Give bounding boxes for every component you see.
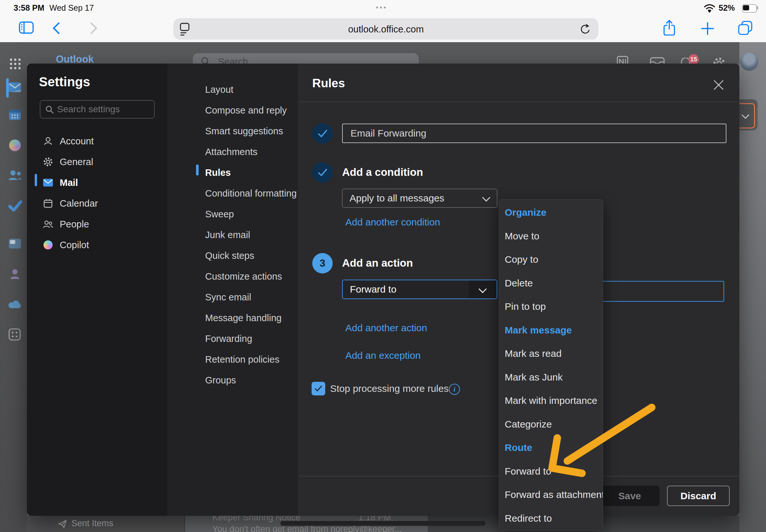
settings-search-input[interactable] [40,100,154,118]
save-button[interactable]: Save [600,486,660,506]
mail-nav-layout[interactable]: Layout [167,79,298,100]
mail-nav-message-handling[interactable]: Message handling [167,308,298,328]
rail-copilot-icon [9,139,21,151]
person-icon [43,136,53,146]
rail-todo-icon [8,200,22,212]
step-2-check [312,162,333,183]
folder-sent-items: Sent Items [71,518,113,528]
discard-button[interactable]: Discard [667,486,730,506]
settings-nav-mail[interactable]: Mail [27,172,167,193]
wifi-icon [704,4,715,12]
mail-nav-retention-policies[interactable]: Retention policies [167,349,298,370]
menu-item-pin-to-top[interactable]: Pin to top [499,295,603,319]
app-launcher-icon [9,58,21,70]
settings-nav-people[interactable]: People [27,214,167,235]
rail-people-icon [8,170,22,181]
battery-percent: 52% [719,3,735,13]
mail-nav-groups[interactable]: Groups [167,370,298,391]
mail-nav-attachments[interactable]: Attachments [167,141,298,162]
mail-nav-quick-steps[interactable]: Quick steps [167,245,298,266]
settings-title: Settings [39,75,90,89]
settings-nav-copilot[interactable]: Copilot [27,235,167,255]
rail-mail-icon [8,82,21,93]
step-1-check [312,123,333,144]
menu-item-organize[interactable]: Organize [499,201,603,224]
step-3-circle: 3 [312,253,333,273]
stop-processing-checkbox[interactable] [311,382,325,395]
people-icon [43,219,53,229]
rail-more-apps-icon [8,328,21,341]
rail-org-icon [8,269,21,280]
mail-nav-junk-email[interactable]: Junk email [167,224,298,245]
settings-nav-account[interactable]: Account [27,131,167,151]
mail-nav-forwarding[interactable]: Forwarding [167,328,298,349]
sent-items-icon [58,519,67,529]
action-heading: Add an action [342,257,413,270]
browser-chrome: 3:58 PM Wed Sep 17 ••• 52% outlook.offic… [0,0,766,42]
menu-item-copy-to[interactable]: Copy to [499,248,603,272]
chevron-down-icon [482,193,490,201]
rail-calendar-icon [8,109,21,121]
menu-item-delete[interactable]: Delete [499,272,603,295]
add-another-condition-link[interactable]: Add another condition [345,216,440,229]
mail-settings-nav: Layout Compose and reply Smart suggestio… [167,64,298,516]
reload-icon[interactable] [580,23,591,35]
menu-item-move-to[interactable]: Move to [499,224,603,248]
mail-nav-sweep[interactable]: Sweep [167,204,298,224]
menu-item-route[interactable]: Route [499,436,603,460]
settings-sidebar: Settings Account General Mail Calendar P… [27,64,168,516]
new-tab-icon[interactable] [700,21,715,36]
condition-heading: Add a condition [342,166,423,179]
mail-nav-conditional-formatting[interactable]: Conditional formatting [167,183,298,204]
settings-nav-calendar[interactable]: Calendar [27,193,167,214]
avatar [740,53,758,71]
outlook-app-rail [0,64,27,532]
url-text: outlook.office.com [173,24,599,35]
add-exception-link[interactable]: Add an exception [345,349,421,362]
close-icon[interactable] [713,79,724,91]
rule-name-input[interactable]: Email Forwarding [342,124,726,143]
mail-nav-smart-suggestions[interactable]: Smart suggestions [167,121,298,141]
rules-title: Rules [312,77,345,90]
rail-cloud-icon [8,299,22,309]
mail-icon [43,177,53,188]
menu-item-categorize[interactable]: Categorize [499,413,603,436]
action-select[interactable]: Forward to [342,280,497,299]
mail-nav-sync-email[interactable]: Sync email [167,287,298,308]
action-menu: Organize Move to Copy to Delete Pin to t… [499,199,603,531]
mail-nav-customize-actions[interactable]: Customize actions [167,266,298,287]
horizontal-scrollbar[interactable] [280,521,486,526]
sidebar-toggle-icon[interactable] [19,21,34,34]
clock: 3:58 PM [14,3,44,13]
menu-item-redirect-to[interactable]: Redirect to [499,507,603,530]
back-button[interactable] [53,22,65,34]
stop-processing-label: Stop processing more rules [330,382,449,395]
notification-badge: 15 [688,54,699,65]
mail-nav-compose-and-reply[interactable]: Compose and reply [167,100,298,121]
menu-item-forward-to[interactable]: Forward to [499,460,603,483]
info-icon[interactable]: i [449,384,460,395]
menu-item-mark-message[interactable]: Mark message [499,319,603,342]
forward-button[interactable] [85,22,97,34]
multitask-dots-icon[interactable]: ••• [376,4,388,11]
menu-item-mark-with-importance[interactable]: Mark with importance [499,389,603,413]
gear-icon [43,157,53,167]
mail-nav-rules[interactable]: Rules [167,162,298,183]
add-another-action-link[interactable]: Add another action [345,321,427,334]
settings-nav-general[interactable]: General [27,151,167,172]
menu-item-mark-as-read[interactable]: Mark as read [499,342,603,366]
copilot-icon [43,240,53,250]
date: Wed Sep 17 [49,3,94,13]
menu-item-mark-as-junk[interactable]: Mark as Junk [499,366,603,389]
tabs-icon[interactable] [737,20,753,36]
settings-dialog: Settings Account General Mail Calendar P… [27,64,739,516]
menu-item-forward-as-attachment[interactable]: Forward as attachment [499,483,603,507]
rail-video-icon [8,238,21,249]
condition-select[interactable]: Apply to all messages [342,189,497,208]
share-icon[interactable] [663,19,676,36]
calendar-icon [43,198,53,209]
